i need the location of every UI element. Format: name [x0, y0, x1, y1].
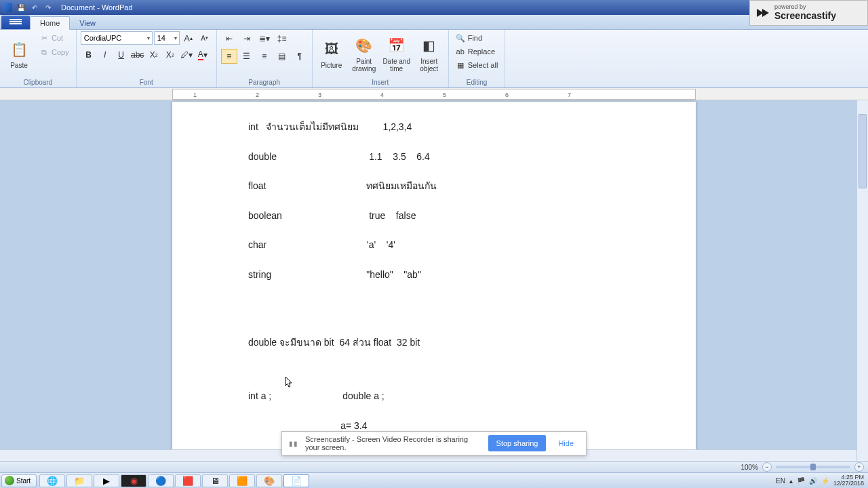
taskbar-item-app3[interactable]: 🟧 — [229, 474, 255, 487]
group-clipboard: 📋 Paste ✂Cut ⧉Copy Clipboard — [0, 30, 77, 87]
decrease-indent-button[interactable]: ⇤ — [221, 31, 237, 46]
taskbar-item-paint[interactable]: 🎨 — [256, 474, 282, 487]
taskbar-item-recorder[interactable]: ◉ — [121, 474, 146, 487]
grow-font-button[interactable]: A▴ — [181, 31, 196, 45]
italic-button[interactable]: I — [97, 47, 113, 62]
stop-sharing-button[interactable]: Stop sharing — [488, 435, 547, 451]
app-menu-button[interactable] — [1, 16, 30, 29]
taskbar-item-wordpad[interactable]: 📄 — [283, 474, 309, 487]
ribbon-tabs: Home View — [0, 15, 868, 30]
taskbar-item-explorer[interactable]: 📁 — [66, 474, 92, 487]
justify-button[interactable]: ▤ — [274, 49, 290, 64]
zoom-out-button[interactable]: − — [762, 462, 772, 472]
subscript-button[interactable]: X2 — [146, 47, 162, 62]
doc-line: int a ; double a ; — [248, 390, 620, 403]
ruler-area: 1 2 3 4 5 6 7 — [0, 88, 868, 100]
taskbar-item-app2[interactable]: 🖥 — [202, 474, 228, 487]
redo-icon[interactable]: ↷ — [42, 2, 54, 13]
paragraph-dialog-button[interactable]: ¶ — [292, 49, 308, 64]
taskbar: Start 🌐 📁 ▶ ◉ 🔵 🟥 🖥 🟧 🎨 📄 EN ▴ 🏴 🔊 ⚡ 4:2… — [0, 472, 868, 488]
date-time-button[interactable]: 📅Date and time — [382, 31, 412, 76]
window-title: Document - WordPad — [61, 3, 133, 12]
tab-view[interactable]: View — [70, 17, 105, 29]
insert-picture-button[interactable]: 🖼Picture — [317, 31, 347, 76]
tray-chevron-icon[interactable]: ▴ — [789, 477, 793, 485]
doc-line: boolean true false — [248, 209, 620, 223]
calendar-icon: 📅 — [386, 35, 408, 56]
underline-button[interactable]: U — [113, 47, 130, 62]
taskbar-item-media[interactable]: ▶ — [94, 474, 119, 487]
language-indicator[interactable]: EN — [776, 477, 785, 485]
align-left-button[interactable]: ≡ — [221, 49, 237, 64]
taskbar-item-app1[interactable]: 🟥 — [175, 474, 201, 487]
tray-flag-icon[interactable]: 🏴 — [797, 477, 805, 485]
group-editing: 🔍Find abReplace ▦Select all Editing — [449, 30, 506, 87]
group-label-clipboard: Clipboard — [4, 79, 72, 87]
doc-line: char 'a' '4' — [248, 239, 620, 252]
group-label-insert: Insert — [317, 79, 444, 87]
zoom-slider[interactable] — [776, 466, 850, 468]
tray-battery-icon[interactable]: ⚡ — [821, 477, 829, 485]
font-size-combo[interactable]: 14 — [154, 31, 180, 45]
cut-icon: ✂ — [39, 33, 49, 43]
taskbar-item-chrome[interactable]: 🔵 — [148, 474, 174, 487]
picture-icon: 🖼 — [321, 39, 342, 60]
align-right-button[interactable]: ≡ — [256, 49, 273, 64]
screen-share-bar: ▮▮ Screencastify - Screen Video Recorder… — [281, 431, 587, 455]
pause-icon[interactable]: ▮▮ — [289, 440, 298, 447]
undo-icon[interactable]: ↶ — [28, 2, 41, 13]
document-area: int จำนวนเต็มไม่มีทศนิยม 1,2,3,4 double … — [0, 100, 868, 461]
font-family-combo[interactable]: CordiaUPC — [81, 31, 153, 45]
group-label-font: Font — [81, 79, 212, 87]
vertical-scrollbar[interactable] — [856, 100, 868, 461]
document-page[interactable]: int จำนวนเต็มไม่มีทศนิยม 1,2,3,4 double … — [172, 102, 696, 461]
line-spacing-button[interactable]: ‡≡ — [274, 31, 290, 46]
palette-icon: 🎨 — [353, 35, 375, 56]
start-orb-icon — [5, 476, 14, 485]
taskbar-item-ie[interactable]: 🌐 — [39, 474, 65, 487]
shrink-font-button[interactable]: A▾ — [197, 31, 212, 45]
increase-indent-button[interactable]: ⇥ — [239, 31, 255, 46]
paste-button[interactable]: 📋 Paste — [4, 31, 34, 76]
superscript-button[interactable]: X2 — [162, 47, 178, 62]
find-button[interactable]: 🔍Find — [453, 31, 501, 45]
screencastify-logo-icon — [754, 5, 770, 21]
group-insert: 🖼Picture 🎨Paint drawing 📅Date and time ◧… — [313, 30, 449, 87]
copy-button[interactable]: ⧉Copy — [37, 45, 72, 59]
doc-line: float ทศนิยมเหมือนกัน — [248, 180, 620, 193]
font-color-button[interactable]: A▾ — [195, 47, 211, 62]
tab-home[interactable]: Home — [30, 16, 70, 30]
paint-drawing-button[interactable]: 🎨Paint drawing — [349, 31, 379, 76]
select-all-button[interactable]: ▦Select all — [453, 58, 501, 72]
title-bar: 💾 ↶ ↷ Document - WordPad _ ▢ ✕ — [0, 0, 868, 15]
zoom-in-button[interactable]: + — [854, 462, 864, 472]
ribbon: 📋 Paste ✂Cut ⧉Copy Clipboard CordiaUPC 1… — [0, 30, 868, 88]
insert-object-button[interactable]: ◧Insert object — [414, 31, 444, 76]
save-icon[interactable]: 💾 — [15, 2, 27, 13]
select-all-icon: ▦ — [456, 60, 465, 70]
replace-icon: ab — [456, 47, 465, 56]
share-message: Screencastify - Screen Video Recorder is… — [305, 435, 481, 451]
group-paragraph: ⇤ ⇥ ≣▾ ‡≡ ≡ ☰ ≡ ▤ ¶ Paragraph — [217, 30, 313, 87]
doc-line: double 1.1 3.5 6.4 — [248, 150, 620, 164]
quick-access-toolbar: 💾 ↶ ↷ — [3, 2, 54, 13]
tray-clock[interactable]: 4:25 PM 12/27/2018 — [833, 474, 864, 487]
bullets-button[interactable]: ≣▾ — [256, 31, 273, 46]
cut-button[interactable]: ✂Cut — [37, 31, 72, 45]
copy-icon: ⧉ — [39, 47, 49, 57]
highlight-button[interactable]: 🖊▾ — [178, 47, 195, 62]
strikethrough-button[interactable]: abc — [130, 47, 146, 62]
start-button[interactable]: Start — [1, 474, 37, 487]
ruler[interactable]: 1 2 3 4 5 6 7 — [172, 89, 696, 100]
group-font: CordiaUPC 14 A▴ A▾ B I U abc X2 X2 🖊▾ A▾… — [77, 30, 217, 87]
bold-button[interactable]: B — [81, 47, 97, 62]
system-tray: EN ▴ 🏴 🔊 ⚡ 4:25 PM 12/27/2018 — [776, 474, 867, 487]
hide-bar-button[interactable]: Hide — [553, 435, 579, 451]
app-icon — [3, 3, 12, 12]
tray-network-icon[interactable]: 🔊 — [809, 477, 817, 485]
doc-line: double จะมีขนาด bit 64 ส่วน float 32 bit — [248, 336, 620, 350]
replace-button[interactable]: abReplace — [453, 45, 501, 58]
group-label-paragraph: Paragraph — [221, 79, 308, 87]
align-center-button[interactable]: ☰ — [239, 49, 255, 64]
scrollbar-thumb[interactable] — [859, 114, 867, 188]
